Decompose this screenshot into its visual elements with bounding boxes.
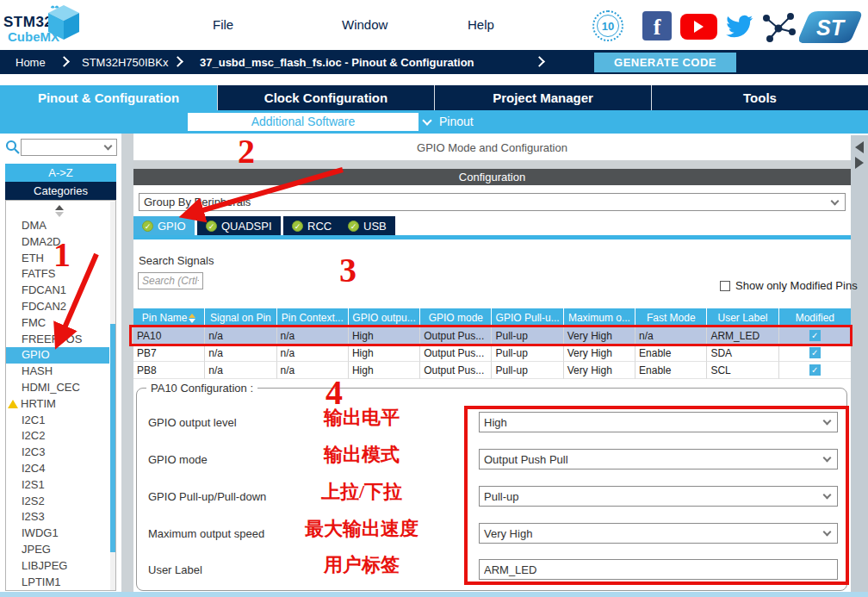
column-max-output[interactable]: Maximum o...	[564, 308, 636, 327]
sidebar-item-libjpeg[interactable]: LIBJPEG	[6, 558, 109, 575]
st-logo-icon[interactable]: ST	[799, 9, 865, 45]
table-row-pb8[interactable]: PB8 n/a n/a High Output Pus... Pull-up V…	[133, 362, 851, 379]
pa10-configuration-legend: PA10 Configuration :	[146, 382, 257, 395]
svg-text:ST: ST	[816, 16, 846, 40]
collapse-left-icon[interactable]	[855, 141, 864, 153]
community-network-icon[interactable]	[761, 11, 796, 42]
generate-code-button[interactable]: GENERATE CODE	[594, 53, 736, 72]
menu-window[interactable]: Window	[342, 17, 388, 32]
chevron-down-icon	[823, 528, 832, 537]
additional-software-button[interactable]: Additional Software	[188, 113, 418, 131]
tab-clock-configuration[interactable]: Clock Configuration	[217, 85, 434, 110]
tab-tools[interactable]: Tools	[651, 85, 868, 110]
max-output-speed-select[interactable]: Very High	[479, 523, 838, 544]
main-scrollbar[interactable]	[851, 135, 868, 593]
sidebar-item-iwdg1[interactable]: IWDG1	[6, 525, 109, 542]
column-gpio-output[interactable]: GPIO outpu...	[349, 308, 420, 327]
modified-checkbox[interactable]: ✓	[809, 330, 821, 341]
stm32cubemx-window: STM32 CubeMX File Window Help 10 f	[0, 0, 868, 597]
youtube-icon[interactable]	[680, 14, 717, 40]
column-modified[interactable]: Modified	[779, 308, 851, 327]
chevron-right-icon	[172, 56, 183, 67]
sidebar-item-i2s3[interactable]: I2S3	[6, 509, 109, 525]
gpio-pull-annotation: 上拉/下拉	[293, 479, 431, 505]
gpio-pull-label: GPIO Pull-up/Pull-down	[148, 490, 266, 503]
gpio-output-level-select[interactable]: High	[479, 412, 838, 432]
sidebar-item-i2c3[interactable]: I2C3	[6, 445, 109, 461]
sidebar-item-hdmi-cec[interactable]: HDMI_CEC	[6, 380, 109, 396]
peripheral-tab-label: QUADSPI	[221, 220, 272, 233]
gpio-mode-annotation: 输出模式	[293, 442, 431, 468]
tab-pinout-configuration[interactable]: Pinout & Configuration	[0, 85, 217, 110]
sort-toggle-icon[interactable]	[55, 205, 64, 217]
table-row-pa10[interactable]: PA10 n/a n/a High Output Pus... Pull-up …	[133, 327, 851, 345]
user-label-input[interactable]	[479, 559, 838, 580]
group-by-peripherals-select[interactable]: Group By Peripherals	[139, 193, 846, 211]
table-row-pb7[interactable]: PB7 n/a n/a High Output Pus... Pull-up V…	[133, 345, 851, 362]
column-signal-on-pin[interactable]: Signal on Pin	[205, 308, 276, 327]
peripheral-tab-quadspi[interactable]: ✓ QUADSPI	[197, 216, 281, 235]
categories-button[interactable]: Categories	[5, 182, 116, 200]
sidebar-item-fdcan1[interactable]: FDCAN1	[6, 283, 109, 299]
gpio-pull-select[interactable]: Pull-up	[479, 486, 838, 507]
breadcrumb-project[interactable]: 37_usbd_msc_flash_fs.ioc - Pinout & Conf…	[200, 56, 474, 69]
sidebar-search-combobox[interactable]	[21, 139, 117, 156]
sidebar-item-dma[interactable]: DMA	[6, 218, 109, 234]
annotation-number-3: 3	[339, 250, 356, 290]
cube-logo-icon	[45, 3, 83, 43]
annotation-number-1: 1	[53, 234, 71, 275]
sidebar-item-i2c4[interactable]: I2C4	[6, 461, 109, 477]
breadcrumb-home[interactable]: Home	[16, 56, 46, 69]
pinout-dropdown[interactable]: Pinout	[439, 115, 474, 128]
peripheral-tab-label: USB	[363, 220, 387, 233]
window-bottom-border	[0, 592, 868, 597]
chevron-right-icon	[59, 56, 70, 67]
sidebar-item-freertos[interactable]: FREERTOS	[6, 332, 109, 348]
collapse-right-icon[interactable]	[855, 157, 864, 169]
menu-file[interactable]: File	[213, 17, 233, 32]
sidebar-item-i2c1[interactable]: I2C1	[6, 413, 109, 429]
sidebar-item-hash[interactable]: HASH	[6, 364, 109, 380]
user-label-annotation: 用户标签	[293, 552, 431, 578]
sub-bar	[0, 110, 868, 134]
gpio-mode-select[interactable]: Output Push Pull	[479, 449, 838, 470]
modified-checkbox[interactable]: ✓	[809, 364, 821, 376]
sidebar-item-lptim1[interactable]: LPTIM1	[6, 575, 109, 591]
sidebar-scrollbar[interactable]	[110, 202, 116, 591]
show-modified-checkbox[interactable]	[720, 281, 730, 291]
column-pin-context[interactable]: Pin Context...	[277, 308, 349, 327]
sidebar-item-gpio[interactable]: GPIO	[6, 347, 109, 364]
gpio-output-level-annotation: 输出电平	[293, 405, 431, 431]
chevron-down-icon	[823, 491, 832, 500]
peripheral-tab-rcc[interactable]: ✓ RCC	[283, 216, 340, 235]
search-signals-input[interactable]	[138, 272, 203, 289]
search-icon	[5, 140, 21, 155]
peripheral-tab-usb[interactable]: ✓ USB	[339, 216, 395, 235]
peripheral-tab-gpio[interactable]: ✓ GPIO	[133, 216, 195, 235]
signals-table-header: Pin Name Signal on Pin Pin Context... GP…	[133, 308, 851, 327]
column-fast-mode[interactable]: Fast Mode	[636, 308, 707, 327]
sidebar-item-fmc[interactable]: FMC	[6, 315, 109, 332]
sidebar-item-fdcan2[interactable]: FDCAN2	[6, 299, 109, 315]
column-pin-name[interactable]: Pin Name	[133, 308, 205, 327]
sidebar-item-jpeg[interactable]: JPEG	[6, 542, 109, 558]
gpio-mode-label: GPIO mode	[148, 453, 208, 466]
tab-project-manager[interactable]: Project Manager	[434, 85, 651, 110]
sidebar-item-i2c2[interactable]: I2C2	[6, 428, 109, 445]
show-modified-label: Show only Modified Pins	[735, 279, 858, 292]
menu-help[interactable]: Help	[468, 17, 494, 32]
twitter-icon[interactable]	[722, 12, 755, 41]
ten-years-badge-icon[interactable]: 10	[592, 10, 623, 41]
column-gpio-pull[interactable]: GPIO Pull-u...	[492, 308, 563, 327]
sort-az-button[interactable]: A->Z	[5, 164, 116, 182]
sidebar-item-i2s1[interactable]: I2S1	[6, 477, 109, 494]
facebook-icon[interactable]: f	[642, 11, 672, 40]
sidebar-item-i2s2[interactable]: I2S2	[6, 494, 109, 510]
scrollbar-thumb[interactable]	[110, 324, 116, 552]
chevron-down-icon	[823, 454, 832, 463]
modified-checkbox[interactable]: ✓	[809, 347, 821, 358]
column-user-label[interactable]: User Label	[707, 308, 778, 327]
breadcrumb-mcu[interactable]: STM32H750IBKx	[82, 56, 168, 69]
sidebar-item-hrtim[interactable]: HRTIM	[6, 396, 109, 413]
column-gpio-mode[interactable]: GPIO mode	[420, 308, 492, 327]
